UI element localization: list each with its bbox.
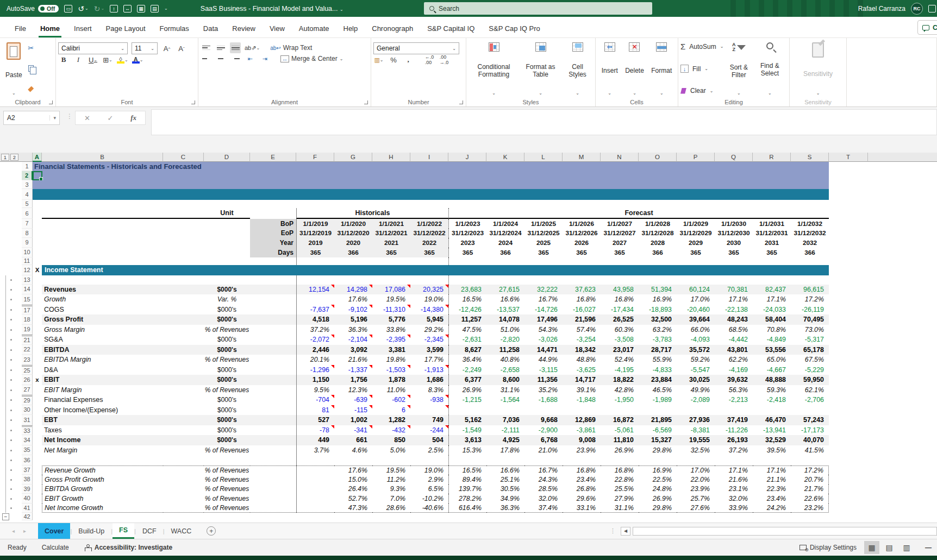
cell[interactable]	[829, 375, 868, 385]
cell[interactable]	[829, 395, 868, 405]
cell[interactable]: 26,525	[601, 314, 639, 325]
cell[interactable]: 39.5%	[753, 445, 791, 456]
cell[interactable]: 17.2%	[791, 465, 829, 475]
cell[interactable]	[486, 275, 524, 285]
cell[interactable]: 29.6%	[563, 494, 601, 504]
conditional-formatting-button[interactable]: Conditional Formatting⌄	[469, 41, 519, 97]
cell[interactable]: 48,243	[715, 314, 753, 325]
cell[interactable]: 46,470	[753, 415, 791, 425]
cell[interactable]	[868, 355, 937, 365]
insert-cells-button[interactable]: ⇦ Insert⌄	[598, 41, 621, 97]
cell[interactable]: 17.2%	[791, 294, 829, 305]
cell[interactable]	[33, 208, 42, 219]
comma-style-button[interactable]: ,	[403, 54, 414, 65]
row-number-33[interactable]: 33	[22, 425, 33, 436]
cell[interactable]: -8,381	[677, 425, 715, 436]
cell[interactable]: 56.3%	[715, 385, 753, 395]
row-number-26[interactable]: 26	[22, 375, 33, 385]
cell[interactable]: 15.0%	[334, 475, 372, 485]
cell[interactable]: 26.8%	[563, 485, 601, 494]
cell[interactable]: -1,549	[448, 425, 486, 436]
row-number-42[interactable]: 42	[22, 513, 33, 520]
cell[interactable]: 23.2%	[791, 504, 829, 513]
orientation-button[interactable]: ab⇗⌄	[245, 42, 260, 53]
page-break-view-button[interactable]: ▥	[899, 541, 914, 554]
outline-level-1-button[interactable]: 1	[1, 154, 9, 161]
cell[interactable]: 14,717	[563, 375, 601, 385]
cell[interactable]: 31/12/2019	[296, 229, 334, 238]
cell[interactable]: -3,861	[563, 425, 601, 436]
search-input[interactable]: Search	[424, 2, 652, 15]
row-number-27[interactable]: 27	[22, 385, 33, 395]
formula-input[interactable]	[151, 109, 937, 135]
cell[interactable]	[42, 208, 163, 219]
zoom-out-button[interactable]: —	[916, 544, 937, 551]
cell[interactable]	[753, 455, 791, 465]
cell[interactable]: 37,623	[563, 285, 601, 295]
cell[interactable]: -1,688	[524, 395, 563, 405]
cell[interactable]	[791, 455, 829, 465]
row-number-11[interactable]: 11	[22, 257, 33, 265]
cell[interactable]: 1/1/2021	[372, 219, 410, 229]
cell[interactable]	[163, 485, 204, 494]
cell[interactable]: 39,664	[677, 314, 715, 325]
cell[interactable]: -938	[410, 395, 448, 405]
cell[interactable]: 31.1%	[486, 385, 524, 395]
cell[interactable]: -16,027	[563, 305, 601, 315]
column-header-O[interactable]: O	[639, 153, 677, 162]
cell[interactable]	[33, 455, 42, 465]
cell[interactable]: 65,178	[791, 345, 829, 355]
sheet-tab-build-up[interactable]: Build-Up	[72, 523, 111, 539]
cell[interactable]: 1,756	[334, 375, 372, 385]
row-number-1[interactable]: 1	[22, 162, 33, 171]
align-top-button[interactable]	[201, 42, 211, 53]
cell[interactable]: 54.3%	[524, 325, 563, 335]
row-number-12[interactable]: 12	[22, 265, 33, 275]
cell[interactable]: 22.5%	[639, 475, 677, 485]
cell[interactable]: -1,913	[410, 365, 448, 375]
cell[interactable]: -4,833	[639, 365, 677, 375]
font-dialog-launcher-icon[interactable]	[191, 100, 195, 104]
paste-button[interactable]: Paste⌄	[2, 41, 26, 97]
sheet-tab-fs[interactable]: FS	[113, 523, 134, 539]
wrap-text-button[interactable]: ab↩Wrap Text	[270, 42, 312, 53]
cell[interactable]: -4,442	[715, 335, 753, 345]
cell[interactable]: 32.0%	[524, 494, 563, 504]
copy-button[interactable]	[26, 63, 36, 74]
cell[interactable]: 5.0%	[372, 445, 410, 456]
cell[interactable]: 6.5%	[410, 485, 448, 494]
cell[interactable]	[868, 208, 937, 219]
cell[interactable]: 70,381	[715, 285, 753, 295]
font-color-button[interactable]: A⌄	[132, 54, 143, 65]
cell[interactable]	[33, 345, 42, 355]
cell[interactable]: 1/1/2019	[296, 219, 334, 229]
alignment-dialog-launcher-icon[interactable]	[364, 100, 368, 104]
cell[interactable]	[829, 355, 868, 365]
cell[interactable]	[334, 455, 372, 465]
cell[interactable]: 9,668	[524, 415, 563, 425]
cell[interactable]	[163, 345, 204, 355]
decrease-indent-button[interactable]: ⇤	[245, 53, 255, 64]
cell[interactable]: 31.1%	[601, 504, 639, 513]
cell[interactable]: 26.4%	[334, 485, 372, 494]
cell[interactable]	[829, 219, 868, 229]
cell[interactable]	[250, 345, 296, 355]
cell[interactable]: 5,162	[448, 415, 486, 425]
cell[interactable]: 366	[791, 248, 829, 257]
cell[interactable]: 21.7%	[791, 485, 829, 494]
cell[interactable]: -1,564	[486, 395, 524, 405]
cell[interactable]: 2019	[296, 238, 334, 248]
cell[interactable]: -17,434	[601, 305, 639, 315]
column-header-H[interactable]: H	[372, 153, 410, 162]
sheet-tab-cover[interactable]: Cover	[38, 523, 70, 539]
cell[interactable]	[250, 395, 296, 405]
cell[interactable]: 1/1/2027	[601, 219, 639, 229]
cell[interactable]	[829, 189, 937, 200]
cell[interactable]	[204, 238, 250, 248]
select-all-corner[interactable]	[22, 153, 33, 162]
cell[interactable]: 365	[372, 248, 410, 257]
cell[interactable]	[829, 275, 868, 285]
cell[interactable]	[829, 257, 868, 265]
cell[interactable]	[33, 513, 937, 520]
cell[interactable]: 12,869	[563, 415, 601, 425]
